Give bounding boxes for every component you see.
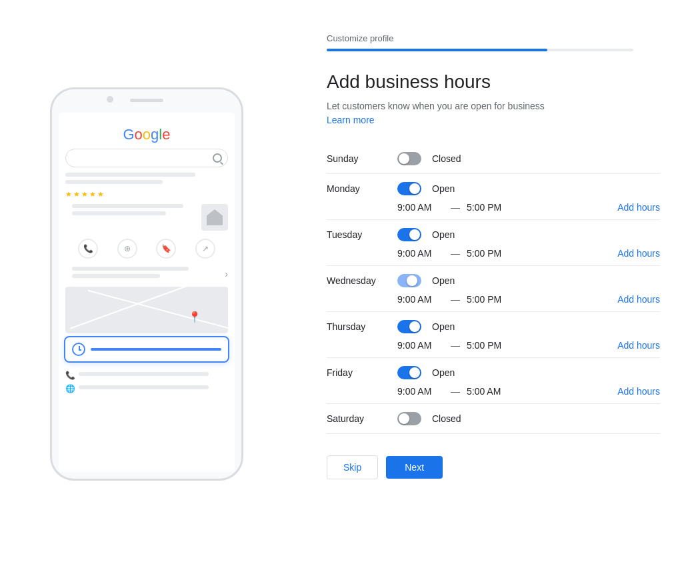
day-header-friday: Friday Open <box>327 358 660 383</box>
toggle-tuesday[interactable] <box>397 228 421 241</box>
phone-highlight-card <box>64 336 229 363</box>
time-dash-friday: — <box>451 386 460 397</box>
time-dash-wednesday: — <box>451 294 460 305</box>
toggle-label-monday: Open <box>432 183 455 194</box>
day-header-monday: Monday Open <box>327 174 660 199</box>
phone-camera <box>107 96 113 103</box>
time-row-friday: 9:00 AM — 5:00 AM Add hours <box>327 383 660 404</box>
phone-location-icon: ⊕ <box>117 239 137 259</box>
close-time-friday: 5:00 AM <box>467 386 513 397</box>
close-time-thursday: 5:00 PM <box>467 340 513 351</box>
right-panel: Customize profile Add business hours Let… <box>293 0 700 588</box>
day-header-thursday: Thursday Open <box>327 312 660 337</box>
time-dash-thursday: — <box>451 340 460 351</box>
time-row-tuesday: 9:00 AM — 5:00 PM Add hours <box>327 245 660 266</box>
toggle-label-saturday: Closed <box>432 413 461 424</box>
day-row-saturday: Saturday Closed <box>327 404 660 434</box>
highlight-line <box>91 348 221 351</box>
progress-section: Customize profile <box>327 33 660 51</box>
add-hours-button-wednesday[interactable]: Add hours <box>617 294 660 305</box>
map-pin-icon: 📍 <box>188 311 201 323</box>
page-subtitle: Let customers know when you are open for… <box>327 101 660 111</box>
add-hours-button-friday[interactable]: Add hours <box>617 386 660 397</box>
day-name-wednesday: Wednesday <box>327 275 387 286</box>
toggle-label-sunday: Closed <box>432 153 461 164</box>
time-row-thursday: 9:00 AM — 5:00 PM Add hours <box>327 337 660 358</box>
close-time-monday: 5:00 PM <box>467 202 513 213</box>
phone-search-bar <box>65 149 228 167</box>
add-hours-button-thursday[interactable]: Add hours <box>617 340 660 351</box>
next-button[interactable]: Next <box>386 456 443 479</box>
time-row-monday: 9:00 AM — 5:00 PM Add hours <box>327 199 660 220</box>
learn-more-link[interactable]: Learn more <box>327 115 375 125</box>
add-hours-button-tuesday[interactable]: Add hours <box>617 248 660 259</box>
open-time-wednesday: 9:00 AM <box>397 294 444 305</box>
phone-speaker <box>130 99 163 102</box>
day-row-sunday: Sunday Closed <box>327 144 660 174</box>
toggle-saturday[interactable] <box>397 412 421 425</box>
day-header-tuesday: Tuesday Open <box>327 220 660 245</box>
page-title: Add business hours <box>327 71 660 93</box>
toggle-monday[interactable] <box>397 182 421 195</box>
add-hours-button-monday[interactable]: Add hours <box>617 202 660 213</box>
phone-business-row <box>59 201 235 233</box>
phone-illustration: Google ★ ★ ★ ★ ★ <box>0 0 293 588</box>
progress-bar-fill <box>327 49 547 51</box>
toggle-label-thursday: Open <box>432 321 455 332</box>
phone-result-lines <box>59 173 235 184</box>
phone-icons-row: 📞 ⊕ 🔖 ↗ <box>59 233 235 264</box>
toggle-sunday[interactable] <box>397 152 421 165</box>
skip-button[interactable]: Skip <box>327 455 378 479</box>
phone-stars: ★ ★ ★ ★ ★ <box>59 187 235 201</box>
toggle-thursday[interactable] <box>397 320 421 333</box>
bottom-actions: Skip Next <box>327 455 660 479</box>
phone-mockup: Google ★ ★ ★ ★ ★ <box>47 87 247 501</box>
store-icon <box>207 209 223 225</box>
phone-business-icon <box>201 204 228 231</box>
time-dash-monday: — <box>451 202 460 213</box>
toggle-label-tuesday: Open <box>432 229 455 240</box>
phone-screen: Google ★ ★ ★ ★ ★ <box>59 113 235 472</box>
open-time-tuesday: 9:00 AM <box>397 248 444 259</box>
progress-label: Customize profile <box>327 33 660 43</box>
open-time-monday: 9:00 AM <box>397 202 444 213</box>
toggle-wednesday[interactable] <box>397 274 421 287</box>
phone-bottom-icon-1: 📞 <box>65 371 75 380</box>
time-row-wednesday: 9:00 AM — 5:00 PM Add hours <box>327 291 660 312</box>
clock-icon <box>72 343 85 356</box>
open-time-friday: 9:00 AM <box>397 386 444 397</box>
phone-more-row: › <box>59 264 235 284</box>
phone-bookmark-icon: 🔖 <box>156 239 176 259</box>
phone-call-icon: 📞 <box>78 239 98 259</box>
day-header-wednesday: Wednesday Open <box>327 266 660 291</box>
hours-table: Sunday Closed Monday Open 9:00 AM — <box>327 144 660 434</box>
close-time-wednesday: 5:00 PM <box>467 294 513 305</box>
phone-share-icon: ↗ <box>195 239 215 259</box>
day-name-sunday: Sunday <box>327 153 387 164</box>
phone-search-icon <box>213 153 222 163</box>
phone-arrow: › <box>225 269 228 279</box>
phone-map-area: 📍 <box>65 287 228 333</box>
day-name-saturday: Saturday <box>327 413 387 424</box>
phone-bottom-icon-2: 🌐 <box>65 384 75 393</box>
time-dash-tuesday: — <box>451 248 460 259</box>
day-name-friday: Friday <box>327 367 387 378</box>
toggle-friday[interactable] <box>397 366 421 379</box>
google-logo: Google <box>59 113 235 149</box>
toggle-label-friday: Open <box>432 367 455 378</box>
phone-bottom-lines: 📞 🌐 <box>59 365 235 400</box>
toggle-label-wednesday: Open <box>432 275 455 286</box>
day-name-thursday: Thursday <box>327 321 387 332</box>
day-name-tuesday: Tuesday <box>327 229 387 240</box>
open-time-thursday: 9:00 AM <box>397 340 444 351</box>
day-name-monday: Monday <box>327 183 387 194</box>
close-time-tuesday: 5:00 PM <box>467 248 513 259</box>
progress-bar-container <box>327 49 633 51</box>
phone-body: Google ★ ★ ★ ★ ★ <box>50 87 243 481</box>
